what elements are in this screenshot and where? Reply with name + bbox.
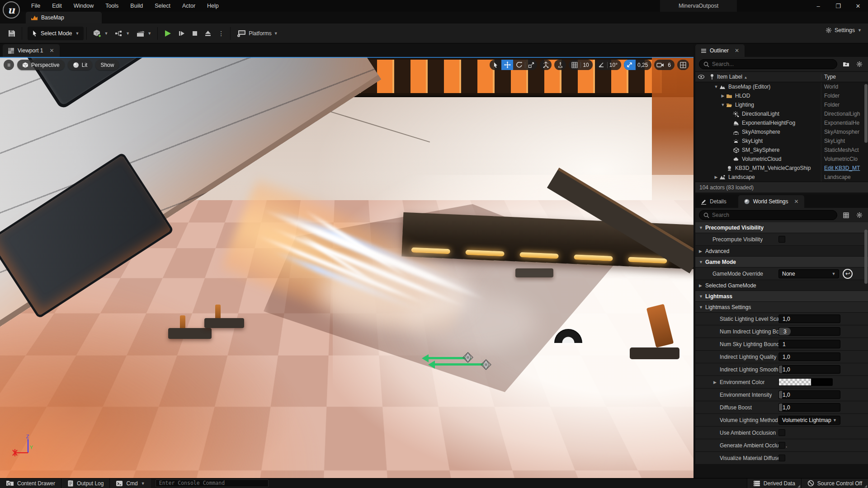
caret-down-icon[interactable]: ▼	[699, 225, 703, 230]
category-row[interactable]: ▶Selected GameMode	[695, 280, 868, 291]
caret-down-icon[interactable]: ▼	[699, 294, 703, 299]
perspective-dropdown[interactable]: Perspective	[17, 60, 65, 70]
maximize-viewport-button[interactable]	[677, 60, 689, 70]
scale-snap-value[interactable]: 0,25	[636, 62, 651, 68]
caret-down-icon[interactable]: ▼	[699, 305, 703, 310]
color-swatch[interactable]	[778, 378, 833, 386]
column-item-label[interactable]: Item Label	[717, 74, 742, 80]
minimize-button[interactable]: –	[808, 0, 828, 12]
scale-snap-button[interactable]	[624, 60, 636, 70]
camera-speed-button[interactable]	[654, 60, 666, 70]
rotation-snap-button[interactable]	[595, 60, 607, 70]
numeric-input[interactable]: 1,0	[778, 352, 840, 361]
source-control-button[interactable]: Source Control Off	[802, 479, 868, 488]
details-search-input[interactable]: Search	[699, 210, 837, 220]
outliner-row[interactable]: ExponentialHeightFogExponentialHe	[695, 118, 868, 127]
frame-skip-button[interactable]	[175, 28, 189, 39]
scale-tool-button[interactable]	[525, 60, 537, 70]
dropdown-select[interactable]: Volumetric Lightmap▼	[778, 416, 840, 425]
actor-label[interactable]: ExponentialHeightFog	[742, 120, 821, 126]
viewport-options-menu[interactable]: ≡	[4, 60, 14, 70]
translate-tool-button[interactable]	[501, 60, 513, 70]
outliner-search-input[interactable]: Search...	[699, 59, 837, 69]
dropdown-select[interactable]: None▼	[778, 269, 839, 278]
category-row[interactable]: ▼Game Mode	[695, 257, 868, 267]
tab-world-settings[interactable]: World Settings ✕	[738, 195, 804, 208]
caret-right-icon[interactable]: ▶	[720, 94, 726, 98]
details-scrollbar[interactable]	[864, 230, 868, 284]
view-mode-dropdown[interactable]: Lit	[68, 60, 93, 70]
cmd-dropdown[interactable]: Cmd ▼	[110, 479, 151, 488]
outliner-scrollbar[interactable]	[864, 84, 868, 143]
grid-snap-value[interactable]: 10	[581, 62, 592, 68]
caret-down-icon[interactable]: ▼	[713, 84, 719, 89]
actor-label[interactable]: Landscape	[728, 174, 821, 180]
menu-build[interactable]: Build	[124, 0, 149, 12]
platforms-dropdown[interactable]: Platforms ▼	[233, 28, 281, 39]
outliner-row[interactable]: ▶LandscapeLandscape	[695, 173, 868, 182]
add-actor-dropdown[interactable]: ▼	[90, 27, 111, 40]
target-point-sprite[interactable]	[462, 352, 474, 363]
category-row[interactable]: ▼Lightmass	[695, 291, 868, 302]
close-button[interactable]: ✕	[848, 0, 868, 12]
checkbox-unchecked[interactable]	[778, 442, 785, 449]
use-selected-asset-button[interactable]: ↩	[843, 269, 853, 279]
menu-tools[interactable]: Tools	[99, 0, 124, 12]
stop-button[interactable]	[189, 28, 201, 38]
3d-viewport[interactable]: ≡ Perspective Lit Show 10	[0, 57, 693, 478]
numeric-input[interactable]: 1,0	[778, 365, 840, 374]
actor-label[interactable]: SM_SkySphere	[742, 147, 821, 153]
show-dropdown[interactable]: Show	[95, 60, 119, 70]
output-log-button[interactable]: Output Log	[61, 479, 109, 488]
gizmo-translate-arrow[interactable]	[430, 363, 485, 366]
surface-snap-button[interactable]	[554, 60, 566, 70]
outliner-row[interactable]: VolumetricCloudVolumetricClo	[695, 155, 868, 164]
outliner-row[interactable]: SkyAtmosphereSkyAtmospher	[695, 127, 868, 136]
close-icon[interactable]: ✕	[49, 47, 54, 54]
actor-label[interactable]: KB3D_MTM_VehicleCargoShip	[735, 165, 821, 171]
console-command-input[interactable]: Enter Console Command	[156, 479, 269, 487]
play-options-kebab[interactable]: ⋮	[215, 28, 227, 39]
category-row[interactable]: ▼Lightmass Settings	[695, 302, 868, 313]
outliner-row[interactable]: KB3D_MTM_VehicleCargoShipEdit KB3D_MT	[695, 164, 868, 173]
numeric-input[interactable]: 1,0	[778, 390, 840, 399]
details-settings-button[interactable]	[854, 210, 864, 220]
caret-right-icon[interactable]: ▶	[699, 283, 703, 288]
checkbox-unchecked[interactable]	[778, 236, 785, 243]
target-point-sprite[interactable]	[480, 359, 492, 371]
caret-right-icon[interactable]: ▶	[713, 175, 719, 179]
tab-details[interactable]: Details	[695, 195, 732, 208]
numeric-input[interactable]: 1	[778, 340, 840, 348]
details-display-button[interactable]	[841, 210, 851, 220]
outliner-row[interactable]: SkyLightSkyLight	[695, 136, 868, 145]
menu-edit[interactable]: Edit	[46, 0, 68, 12]
numeric-input[interactable]: 1,0	[778, 403, 840, 412]
outliner-row[interactable]: DirectionalLightDirectionalLigh	[695, 109, 868, 118]
close-icon[interactable]: ✕	[735, 47, 739, 54]
outliner-row[interactable]: ▶HLODFolder	[695, 91, 868, 100]
outliner-row[interactable]: ▼BaseMap (Editor)World	[695, 82, 868, 91]
edit-asset-link[interactable]: Edit KB3D_MT	[821, 164, 868, 173]
actor-label[interactable]: Lighting	[735, 102, 821, 108]
derived-data-button[interactable]: Derived Data	[747, 479, 801, 488]
outliner-row[interactable]: SM_SkySphereStaticMeshAct	[695, 145, 868, 155]
content-drawer-button[interactable]: Content Drawer	[0, 479, 61, 488]
outliner-row[interactable]: ▼LightingFolder	[695, 100, 868, 109]
select-mode-dropdown[interactable]: Select Mode ▼	[28, 27, 84, 40]
select-tool-button[interactable]	[490, 60, 501, 70]
blueprints-dropdown[interactable]: ▼	[111, 28, 133, 39]
visibility-eye-icon[interactable]	[695, 72, 707, 82]
menu-window[interactable]: Window	[68, 0, 99, 12]
close-icon[interactable]: ✕	[794, 198, 799, 205]
play-button[interactable]	[160, 28, 175, 39]
checkbox-unchecked[interactable]	[778, 429, 785, 436]
save-button[interactable]	[5, 28, 19, 39]
category-row[interactable]: ▼Precomputed Visibility	[695, 222, 868, 233]
caret-right-icon[interactable]: ▶	[699, 249, 703, 253]
rotation-snap-value[interactable]: 10°	[608, 62, 621, 68]
numeric-input[interactable]: 3	[778, 327, 840, 336]
actor-label[interactable]: HLOD	[735, 93, 821, 99]
eject-button[interactable]	[201, 28, 215, 38]
category-row[interactable]: ▶Advanced	[695, 246, 868, 257]
numeric-input[interactable]: 1,0	[778, 314, 840, 323]
